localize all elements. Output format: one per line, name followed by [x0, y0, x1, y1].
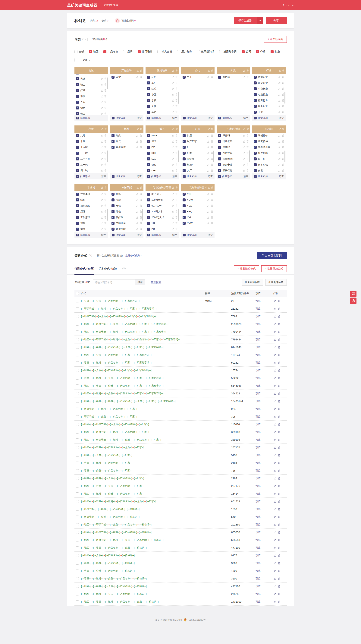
filter-option[interactable]: 通用形容词 — [219, 50, 237, 54]
edit-icon[interactable] — [172, 210, 174, 213]
filter-option[interactable]: ✓使用场景 — [138, 50, 152, 54]
delete-icon[interactable] — [176, 111, 178, 113]
scrollbar-thumb[interactable] — [107, 209, 108, 220]
save-generator-button[interactable]: 保存生成器 — [234, 17, 263, 24]
delete-icon[interactable] — [104, 89, 106, 92]
edit-icon[interactable] — [278, 170, 280, 172]
word-checkbox[interactable]: ✓ — [76, 83, 79, 86]
delete-icon[interactable] — [278, 400, 280, 402]
edit-icon[interactable] — [100, 78, 103, 80]
edit-icon[interactable] — [172, 152, 174, 154]
delete-icon[interactable] — [211, 210, 213, 213]
preview-link[interactable]: 预览 — [256, 400, 260, 402]
edit-icon[interactable] — [278, 105, 280, 108]
delete-icon[interactable] — [278, 562, 280, 564]
edit-icon[interactable] — [100, 113, 103, 115]
word-checkbox[interactable]: ✓ — [254, 110, 257, 114]
word-checkbox[interactable]: ✓ — [254, 163, 257, 166]
edit-icon[interactable] — [274, 485, 276, 487]
delete-icon[interactable] — [104, 146, 106, 148]
edit-icon[interactable] — [274, 516, 276, 518]
edit-icon[interactable] — [172, 205, 174, 207]
edit-icon[interactable] — [100, 210, 103, 213]
word-checkbox[interactable]: ✓ — [182, 140, 186, 143]
word-checkbox[interactable]: ✓ — [182, 158, 186, 160]
word-checkbox[interactable]: ✓ — [182, 210, 186, 213]
edit-icon[interactable] — [172, 111, 174, 113]
batch-add-button[interactable]: 批量添加 — [151, 116, 161, 120]
search-button[interactable]: 搜索 — [135, 279, 145, 285]
delete-icon[interactable] — [278, 323, 280, 326]
preview-link[interactable]: 预览 — [256, 300, 260, 302]
row-checkbox[interactable] — [76, 462, 79, 464]
edit-icon[interactable] — [274, 593, 276, 595]
edit-icon[interactable] — [172, 99, 174, 102]
edit-icon[interactable] — [207, 170, 210, 172]
edit-icon[interactable] — [208, 186, 210, 189]
delete-icon[interactable] — [211, 146, 213, 148]
row-checkbox[interactable] — [76, 408, 79, 410]
edit-icon[interactable] — [274, 539, 276, 541]
row-checkbox[interactable] — [76, 531, 79, 534]
batch-add-button[interactable]: 批量添加 — [258, 116, 268, 120]
preview-link[interactable]: 预览 — [256, 338, 260, 341]
batch-add-button[interactable]: 批量添加 — [187, 116, 197, 120]
word-checkbox[interactable]: ✓ — [76, 146, 79, 149]
filter-option[interactable]: ✓介质 — [256, 50, 266, 54]
preview-link[interactable]: 预览 — [256, 569, 260, 572]
add-category-button[interactable]: + 添加新词类 — [264, 36, 286, 43]
preview-link[interactable]: 预览 — [256, 484, 260, 487]
row-checkbox[interactable] — [76, 500, 79, 503]
delete-icon[interactable] — [176, 216, 178, 218]
edit-icon[interactable] — [274, 377, 276, 379]
delete-icon[interactable] — [278, 485, 280, 487]
word-checkbox[interactable]: ✓ — [76, 163, 79, 166]
word-checkbox[interactable]: ✓ — [112, 76, 114, 78]
delete-icon[interactable] — [246, 164, 248, 166]
preview-link[interactable]: 预览 — [256, 538, 260, 541]
preview-link[interactable]: 预览 — [256, 523, 260, 526]
scrollbar-thumb[interactable] — [142, 209, 143, 220]
delete-icon[interactable] — [282, 105, 284, 108]
delete-icon[interactable] — [211, 222, 213, 224]
delete-icon[interactable] — [278, 516, 280, 518]
delete-icon[interactable] — [246, 76, 248, 78]
word-checkbox[interactable]: ✓ — [147, 158, 150, 160]
delete-icon[interactable] — [278, 554, 280, 557]
filter-option[interactable]: ✓行业 — [270, 50, 280, 54]
clear-button[interactable]: 清空 — [208, 116, 213, 120]
preview-link[interactable]: 预览 — [256, 577, 260, 580]
word-checkbox[interactable]: ✓ — [254, 93, 257, 96]
edit-icon[interactable] — [274, 362, 276, 364]
edit-icon[interactable] — [274, 323, 276, 326]
edit-icon[interactable] — [100, 95, 103, 98]
batch-add-tag-button[interactable]: 批量添加标签 — [242, 279, 263, 286]
export-keywords-button[interactable]: 导出全部关键词 — [257, 252, 287, 259]
edit-icon[interactable] — [100, 228, 103, 230]
save-dropdown-caret[interactable] — [257, 17, 263, 24]
clear-button[interactable]: 清空 — [244, 175, 248, 178]
edit-icon[interactable] — [207, 158, 210, 160]
delete-icon[interactable] — [278, 531, 280, 534]
edit-icon[interactable] — [278, 164, 280, 166]
delete-icon[interactable] — [247, 128, 249, 130]
word-checkbox[interactable]: ✓ — [76, 228, 79, 230]
row-checkbox[interactable] — [76, 307, 79, 310]
delete-icon[interactable] — [104, 78, 106, 80]
edit-icon[interactable] — [274, 431, 276, 433]
edit-icon[interactable] — [136, 76, 138, 78]
clear-button[interactable]: 清空 — [279, 116, 284, 120]
scrollbar-thumb[interactable] — [107, 78, 108, 89]
delete-icon[interactable] — [282, 169, 284, 172]
row-checkbox[interactable] — [76, 315, 79, 318]
preview-link[interactable]: 预览 — [256, 307, 260, 310]
row-checkbox[interactable] — [76, 554, 79, 557]
delete-icon[interactable] — [176, 198, 178, 201]
delete-icon[interactable] — [282, 128, 284, 130]
edit-icon[interactable] — [274, 308, 276, 310]
delete-icon[interactable] — [278, 423, 280, 426]
row-checkbox[interactable] — [76, 361, 79, 364]
word-checkbox[interactable]: ✓ — [218, 152, 221, 154]
word-checkbox[interactable]: ✓ — [76, 134, 79, 137]
edit-icon[interactable] — [243, 70, 245, 72]
